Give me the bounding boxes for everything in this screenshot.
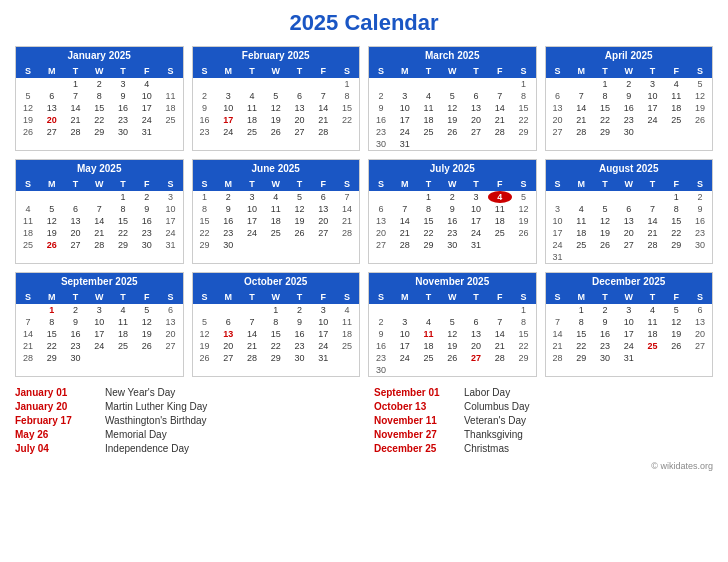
day-cell: 4 <box>135 78 159 90</box>
day-cell: 29 <box>193 239 217 251</box>
day-cell: 9 <box>193 102 217 114</box>
holiday-date: May 26 <box>15 429 105 440</box>
day-cell: 22 <box>111 227 135 239</box>
day-header: T <box>464 177 488 191</box>
day-cell: 21 <box>488 340 512 352</box>
day-cell: 25 <box>264 227 288 239</box>
day-cell: 18 <box>569 227 593 239</box>
day-cell: 27 <box>688 340 712 352</box>
day-cell: 10 <box>87 316 111 328</box>
month-header: August 2025 <box>546 160 713 177</box>
day-cell: 18 <box>664 102 688 114</box>
day-cell: 30 <box>369 138 393 150</box>
day-cell: 18 <box>335 328 359 340</box>
day-header: M <box>569 290 593 304</box>
day-cell: 18 <box>417 114 441 126</box>
day-cell: 11 <box>16 215 40 227</box>
day-cell: 13 <box>40 102 64 114</box>
day-cell: 28 <box>16 352 40 364</box>
day-cell <box>688 126 712 138</box>
day-header: T <box>641 290 665 304</box>
month-block: August 2025SMTWTFS1234567891011121314151… <box>545 159 714 264</box>
day-cell: 15 <box>512 102 536 114</box>
day-cell: 16 <box>369 114 393 126</box>
holiday-row: January 20Martin Luther King Day <box>15 401 354 412</box>
day-cell <box>593 251 617 263</box>
holidays-right: September 01Labor DayOctober 13Columbus … <box>374 387 713 457</box>
day-header: W <box>264 64 288 78</box>
day-header: S <box>159 290 183 304</box>
day-header: S <box>546 177 570 191</box>
day-cell: 17 <box>393 340 417 352</box>
day-cell: 29 <box>87 126 111 138</box>
month-table: SMTWTFS123456789101112131415161718192021… <box>546 177 713 263</box>
day-header: W <box>440 64 464 78</box>
day-cell <box>512 138 536 150</box>
day-cell: 21 <box>64 114 88 126</box>
day-cell: 7 <box>240 316 264 328</box>
day-cell: 12 <box>440 328 464 340</box>
day-cell: 15 <box>512 328 536 340</box>
day-cell <box>16 78 40 90</box>
day-cell: 9 <box>617 90 641 102</box>
day-cell: 22 <box>512 340 536 352</box>
day-cell: 26 <box>135 340 159 352</box>
day-cell: 12 <box>593 215 617 227</box>
month-block: April 2025SMTWTFS12345678910111213141516… <box>545 46 714 151</box>
day-header: F <box>135 290 159 304</box>
day-header: W <box>87 64 111 78</box>
day-header: W <box>440 290 464 304</box>
day-cell: 21 <box>546 340 570 352</box>
day-cell <box>464 78 488 90</box>
day-cell <box>569 251 593 263</box>
day-header: M <box>216 290 240 304</box>
day-cell: 20 <box>159 328 183 340</box>
day-cell: 2 <box>87 78 111 90</box>
day-cell: 3 <box>87 304 111 316</box>
day-cell: 1 <box>264 304 288 316</box>
day-cell <box>369 304 393 316</box>
calendars-grid: January 2025SMTWTFS123456789101112131415… <box>15 46 713 377</box>
day-cell: 12 <box>135 316 159 328</box>
day-header: T <box>593 290 617 304</box>
day-cell: 28 <box>393 239 417 251</box>
month-header: May 2025 <box>16 160 183 177</box>
day-cell <box>16 191 40 203</box>
day-cell: 13 <box>464 328 488 340</box>
day-header: F <box>311 177 335 191</box>
day-cell: 31 <box>617 352 641 364</box>
day-cell: 31 <box>159 239 183 251</box>
day-header: S <box>193 64 217 78</box>
day-cell: 21 <box>335 215 359 227</box>
day-cell: 16 <box>369 340 393 352</box>
day-header: T <box>464 64 488 78</box>
month-table: SMTWTFS123456789101112131415161718192021… <box>193 177 360 251</box>
day-cell: 20 <box>40 114 64 126</box>
day-cell: 22 <box>193 227 217 239</box>
month-header: April 2025 <box>546 47 713 64</box>
day-cell: 16 <box>135 215 159 227</box>
day-cell: 29 <box>264 352 288 364</box>
month-table: SMTWTFS123456789101112131415161718192021… <box>546 290 713 364</box>
day-cell: 10 <box>641 90 665 102</box>
day-cell: 25 <box>111 340 135 352</box>
day-header: S <box>369 64 393 78</box>
day-cell <box>111 352 135 364</box>
day-cell <box>512 364 536 376</box>
day-cell: 15 <box>193 215 217 227</box>
day-cell: 6 <box>464 316 488 328</box>
day-cell: 9 <box>369 328 393 340</box>
day-cell <box>87 191 111 203</box>
day-cell: 11 <box>264 203 288 215</box>
day-header: S <box>369 177 393 191</box>
day-header: W <box>440 177 464 191</box>
day-cell: 16 <box>617 102 641 114</box>
day-cell: 5 <box>440 316 464 328</box>
day-cell: 13 <box>369 215 393 227</box>
day-cell: 25 <box>569 239 593 251</box>
day-header: T <box>240 64 264 78</box>
day-cell <box>216 78 240 90</box>
day-cell: 4 <box>16 203 40 215</box>
day-cell: 20 <box>464 114 488 126</box>
month-table: SMTWTFS123456789101112131415161718192021… <box>369 64 536 150</box>
